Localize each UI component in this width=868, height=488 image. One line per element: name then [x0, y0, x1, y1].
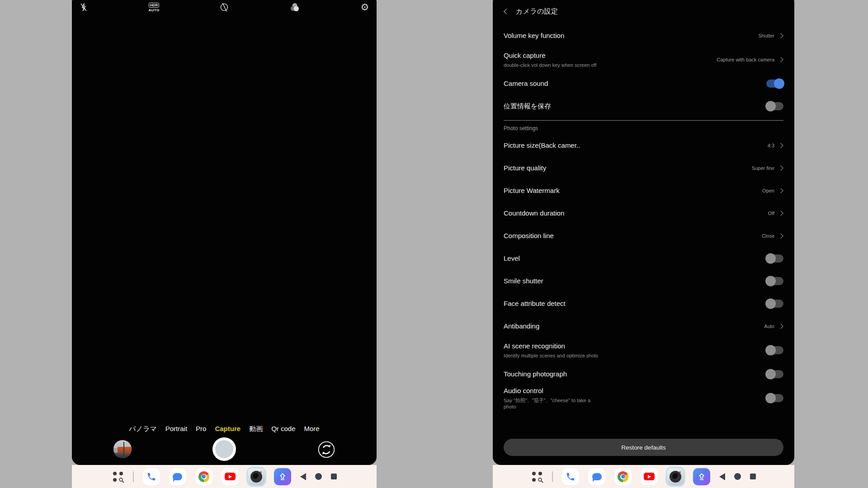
- row-label-composition-line: Composition line: [504, 232, 554, 240]
- settings-row-touching-photograph: Touching photograph: [504, 363, 783, 385]
- camera-mode-pro[interactable]: Pro: [196, 425, 206, 433]
- phone-app-icon[interactable]: [143, 468, 160, 485]
- messages-app-icon[interactable]: [588, 468, 605, 485]
- settings-row-save-location-info: 位置情報を保存: [504, 95, 783, 117]
- nav-home-button[interactable]: [315, 473, 322, 480]
- nav-recents-button[interactable]: [750, 474, 756, 479]
- nav-recents-button[interactable]: [331, 474, 337, 479]
- settings-row-level: Level: [504, 247, 783, 270]
- taskbar: [72, 465, 377, 488]
- settings-row-composition-line[interactable]: Composition line Close: [504, 225, 783, 247]
- flip-camera-button[interactable]: [317, 441, 335, 459]
- phone-app-icon[interactable]: [562, 468, 579, 485]
- row-value-composition-line: Close: [762, 233, 774, 239]
- hdr-label: HDR: [149, 3, 159, 8]
- camera-viewfinder[interactable]: [72, 14, 377, 415]
- camera-top-bar: HDR AUTO ⚙: [72, 0, 377, 14]
- camera-bottom-controls: [72, 436, 377, 463]
- row-subtitle-audio-control: Say "拍照"、"茄子"、"cheese" to take a photo: [504, 397, 601, 410]
- toggle-camera-sound[interactable]: [766, 80, 783, 88]
- toggle-face-attribute-detect[interactable]: [766, 300, 783, 308]
- row-subtitle-quick-capture: double-click vol down key when screen of…: [504, 62, 596, 68]
- app-grid-search-icon[interactable]: [112, 471, 124, 483]
- flip-camera-icon: [317, 441, 335, 459]
- row-label-touching-photograph: Touching photograph: [504, 370, 567, 378]
- row-value-picture-watermark: Open: [762, 188, 774, 193]
- taskbar: [493, 465, 794, 488]
- settings-header: カメラの設定: [504, 0, 783, 21]
- settings-row-volume-key-function[interactable]: Volume key function Shutter: [504, 24, 783, 47]
- camera-mode-portrait[interactable]: Portrait: [165, 425, 187, 433]
- chrome-app-icon[interactable]: [195, 468, 212, 485]
- nav-back-button[interactable]: [300, 473, 306, 480]
- row-label-smile-shutter: Smile shutter: [504, 277, 543, 285]
- chrome-app-icon[interactable]: [614, 468, 632, 485]
- app-grid-search-icon[interactable]: [531, 471, 543, 483]
- settings-row-camera-sound: Camera sound: [504, 72, 783, 95]
- nav-home-button[interactable]: [734, 473, 741, 480]
- share-app-icon[interactable]: [274, 468, 291, 485]
- settings-row-picture-size-back-camera[interactable]: Picture size(Back camer.. 4:3: [504, 134, 783, 157]
- filter-icon[interactable]: [289, 1, 301, 13]
- settings-row-ai-scene-recognition: AI scene recognition Identify multiple s…: [504, 338, 783, 363]
- toggle-smile-shutter[interactable]: [766, 277, 783, 285]
- chevron-right-icon: [778, 165, 783, 170]
- toggle-save-location-info[interactable]: [766, 102, 783, 110]
- camera-app-icon-active[interactable]: [248, 468, 265, 485]
- chevron-right-icon: [778, 143, 783, 148]
- camera-mode-動画[interactable]: 動画: [249, 425, 263, 433]
- restore-defaults-button[interactable]: Restore defaults: [504, 439, 783, 456]
- row-label-ai-scene-recognition: AI scene recognition: [504, 342, 598, 350]
- taskbar-divider: [133, 471, 134, 482]
- chevron-right-icon: [778, 33, 783, 38]
- settings-row-picture-quality[interactable]: Picture quality Super fine: [504, 157, 783, 179]
- lens-off-icon[interactable]: [218, 1, 230, 13]
- row-value-countdown-duration: Off: [768, 211, 774, 216]
- settings-row-countdown-duration[interactable]: Countdown duration Off: [504, 202, 783, 225]
- shutter-button[interactable]: [212, 437, 236, 461]
- youtube-app-icon[interactable]: [641, 468, 658, 485]
- messages-app-icon[interactable]: [169, 468, 186, 485]
- row-label-save-location-info: 位置情報を保存: [504, 102, 551, 110]
- camera-mode-パノラマ[interactable]: パノラマ: [129, 425, 156, 433]
- settings-row-picture-watermark[interactable]: Picture Watermark Open: [504, 179, 783, 202]
- row-label-quick-capture: Quick capture: [504, 52, 596, 60]
- share-app-icon[interactable]: [693, 468, 710, 485]
- settings-row-quick-capture[interactable]: Quick capture double-click vol down key …: [504, 47, 783, 72]
- row-value-antibanding: Auto: [764, 324, 774, 329]
- row-label-countdown-duration: Countdown duration: [504, 209, 564, 217]
- camera-mode-capture[interactable]: Capture: [215, 425, 241, 433]
- camera-mode-more[interactable]: More: [304, 425, 319, 433]
- hdr-auto-label: AUTO: [148, 8, 159, 12]
- nav-back-button[interactable]: [719, 473, 725, 480]
- camera-app-icon-active[interactable]: [667, 468, 684, 485]
- flash-off-icon[interactable]: [78, 1, 90, 13]
- settings-row-face-attribute-detect: Face attribute detect: [504, 292, 783, 315]
- back-chevron-icon[interactable]: [504, 9, 509, 14]
- row-label-audio-control: Audio control: [504, 387, 601, 395]
- chevron-right-icon: [778, 57, 783, 62]
- phone-camera-screen: HDR AUTO ⚙ パノラマPortraitProCa: [72, 0, 377, 488]
- chevron-right-icon: [778, 211, 783, 216]
- gallery-thumbnail[interactable]: [113, 440, 132, 458]
- row-label-picture-size-back-camera: Picture size(Back camer..: [504, 141, 580, 150]
- chevron-right-icon: [778, 324, 783, 328]
- chevron-right-icon: [778, 188, 783, 193]
- camera-app-surface: HDR AUTO ⚙ パノラマPortraitProCa: [72, 0, 377, 465]
- settings-gear-icon[interactable]: ⚙: [359, 1, 371, 13]
- row-label-antibanding: Antibanding: [504, 322, 539, 330]
- row-value-volume-key-function: Shutter: [759, 33, 774, 38]
- settings-page-title: カメラの設定: [516, 7, 558, 16]
- section-label-photo-settings-section: Photo settings: [504, 121, 783, 134]
- toggle-ai-scene-recognition[interactable]: [766, 346, 783, 354]
- youtube-app-icon[interactable]: [222, 468, 239, 485]
- hdr-auto-badge[interactable]: HDR AUTO: [148, 1, 160, 13]
- toggle-touching-photograph[interactable]: [766, 370, 783, 378]
- row-value-picture-quality: Super fine: [752, 165, 774, 171]
- camera-mode-qr-code[interactable]: Qr code: [271, 425, 295, 433]
- settings-row-antibanding[interactable]: Antibanding Auto: [504, 315, 783, 338]
- toggle-level[interactable]: [766, 254, 783, 263]
- toggle-audio-control[interactable]: [766, 394, 783, 402]
- row-label-volume-key-function: Volume key function: [504, 32, 564, 40]
- row-subtitle-ai-scene-recognition: Identify multiple scenes and optimize sh…: [504, 352, 598, 359]
